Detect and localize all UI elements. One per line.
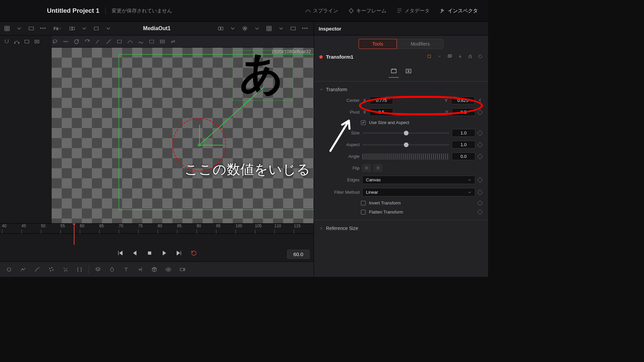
rotate-icon[interactable] bbox=[71, 38, 82, 46]
aspect-slider[interactable] bbox=[362, 144, 449, 145]
angle-field[interactable] bbox=[452, 153, 475, 160]
time-ruler[interactable]: 404550556065707580859095100105110115 bbox=[0, 224, 314, 234]
bracket-icon[interactable] bbox=[74, 264, 85, 275]
clear-x-icon[interactable] bbox=[32, 38, 42, 46]
tab-tools[interactable]: Tools bbox=[359, 39, 397, 49]
keyframe-diamond[interactable] bbox=[477, 130, 483, 136]
stop-button[interactable] bbox=[145, 249, 154, 257]
clear-icon[interactable] bbox=[157, 38, 167, 46]
edges-dropdown[interactable]: Canvas bbox=[362, 176, 475, 184]
viewer-canvas[interactable]: あ 1920x1080xfloat32 bbox=[52, 48, 314, 223]
prop-angle: Angle bbox=[319, 150, 483, 162]
single-view-icon[interactable] bbox=[26, 24, 36, 33]
lock-icon[interactable] bbox=[468, 54, 473, 60]
play-button[interactable] bbox=[160, 249, 169, 257]
frame-icon[interactable] bbox=[91, 24, 101, 33]
polyline-tool-icon[interactable] bbox=[18, 264, 28, 275]
viewer-source[interactable]: MediaOut1 bbox=[143, 25, 171, 32]
layer-icon[interactable] bbox=[93, 264, 103, 275]
keyframe-diamond[interactable] bbox=[477, 109, 483, 115]
color-chip-icon[interactable] bbox=[427, 54, 432, 60]
chevron-down-icon[interactable] bbox=[103, 24, 113, 33]
spline-tab[interactable]: スプライン bbox=[302, 6, 341, 15]
section-header-transform[interactable]: Transform bbox=[319, 85, 483, 94]
fps-field[interactable]: 60.0 bbox=[287, 250, 310, 259]
magnet-icon[interactable] bbox=[2, 38, 11, 46]
chevron-down-icon[interactable] bbox=[252, 24, 262, 33]
keyframe-diamond[interactable] bbox=[477, 142, 483, 147]
spline-add-icon[interactable] bbox=[125, 38, 135, 46]
merge-icon[interactable] bbox=[135, 264, 145, 275]
blur-icon[interactable] bbox=[107, 264, 117, 275]
loop-button[interactable] bbox=[190, 249, 198, 257]
flip-v-button[interactable] bbox=[374, 164, 382, 172]
keyframe-diamond[interactable] bbox=[477, 189, 483, 195]
split-a-icon[interactable] bbox=[67, 24, 77, 33]
reset-icon[interactable] bbox=[478, 54, 483, 60]
grid-icon[interactable] bbox=[264, 24, 274, 33]
invert-checkbox[interactable] bbox=[361, 201, 366, 205]
keyframe-diamond[interactable] bbox=[477, 209, 483, 215]
playhead[interactable] bbox=[74, 224, 74, 245]
line-icon[interactable] bbox=[104, 38, 114, 46]
flip-h-button[interactable] bbox=[362, 164, 371, 172]
tangent-icon[interactable] bbox=[136, 38, 146, 46]
filter-dropdown[interactable]: Linear bbox=[362, 188, 475, 196]
refsize-section-label: Reference Size bbox=[326, 226, 358, 231]
angle-dial[interactable] bbox=[362, 154, 449, 160]
paint-tool-icon[interactable] bbox=[32, 264, 42, 275]
camera-icon[interactable] bbox=[177, 264, 187, 275]
chevron-down-icon[interactable] bbox=[228, 24, 238, 33]
redo-icon[interactable] bbox=[82, 38, 92, 46]
chevron-down-icon[interactable] bbox=[276, 24, 286, 33]
scatter-icon[interactable] bbox=[60, 264, 70, 275]
controls-mode-icon[interactable] bbox=[389, 66, 399, 78]
flatten-checkbox[interactable] bbox=[361, 210, 366, 215]
size-field[interactable] bbox=[452, 129, 475, 137]
wave-icon[interactable] bbox=[61, 38, 71, 46]
curve-icon[interactable] bbox=[93, 38, 103, 46]
more-icon[interactable] bbox=[300, 24, 310, 33]
pin-icon[interactable] bbox=[458, 54, 463, 60]
circle-tool-icon[interactable] bbox=[4, 264, 14, 275]
link-icon[interactable] bbox=[168, 38, 178, 46]
versions-icon[interactable] bbox=[447, 54, 452, 60]
node-active-dot[interactable] bbox=[319, 55, 323, 59]
size-slider[interactable] bbox=[362, 132, 449, 134]
split-icon[interactable] bbox=[216, 24, 226, 33]
keyframe-diamond[interactable] bbox=[477, 154, 483, 159]
section-header-refsize[interactable]: Reference Size bbox=[319, 224, 483, 233]
inspector-tab[interactable]: インスペクタ bbox=[436, 6, 481, 15]
keyframe-tab[interactable]: キーフレーム bbox=[345, 6, 390, 15]
timeline[interactable]: 404550556065707580859095100105110115 bbox=[0, 223, 314, 245]
keyframe-diamond[interactable] bbox=[477, 177, 483, 183]
single-icon[interactable] bbox=[288, 24, 298, 33]
marquee-icon[interactable] bbox=[147, 38, 157, 46]
bezier-icon[interactable] bbox=[12, 38, 21, 46]
rect-select-icon[interactable] bbox=[114, 38, 124, 46]
chevron-down-icon[interactable] bbox=[437, 54, 442, 60]
grid-icon[interactable] bbox=[2, 24, 12, 33]
go-end-button[interactable] bbox=[175, 249, 183, 257]
transform-gizmo[interactable] bbox=[172, 118, 226, 172]
node-name[interactable]: Transform1 bbox=[326, 54, 422, 60]
cube-icon[interactable] bbox=[149, 264, 159, 275]
go-start-button[interactable] bbox=[116, 249, 124, 257]
eye-icon[interactable] bbox=[163, 264, 173, 275]
keyframe-diamond[interactable] bbox=[477, 200, 483, 206]
chevron-down-icon[interactable] bbox=[79, 24, 89, 33]
chevron-down-icon[interactable] bbox=[14, 24, 24, 33]
mask-rect-icon[interactable] bbox=[22, 38, 32, 46]
zoom-fit-dropdown[interactable]: Fit bbox=[50, 24, 65, 33]
tab-modifiers[interactable]: Modifiers bbox=[397, 39, 443, 49]
aspect-field[interactable] bbox=[452, 141, 475, 148]
use-size-checkbox[interactable]: ✓ bbox=[361, 120, 366, 125]
node-header: Transform1 bbox=[314, 49, 488, 65]
more-icon[interactable] bbox=[38, 24, 48, 33]
text-icon[interactable] bbox=[121, 264, 131, 275]
particles-icon[interactable] bbox=[46, 264, 56, 275]
settings-mode-icon[interactable] bbox=[404, 66, 414, 78]
metadata-tab[interactable]: メタデータ bbox=[393, 6, 433, 15]
channels-icon[interactable] bbox=[240, 24, 250, 33]
step-back-button[interactable] bbox=[130, 249, 139, 257]
